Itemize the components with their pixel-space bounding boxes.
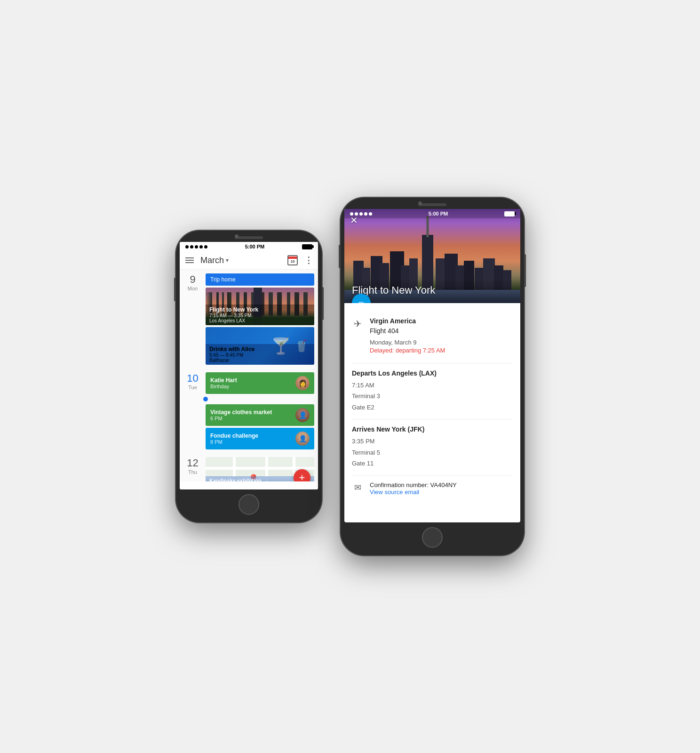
- flight-number: Flight 404: [370, 326, 445, 336]
- calendar-date-icon: 10: [291, 259, 295, 264]
- status-time-left: 5:00 PM: [245, 244, 265, 249]
- flight-card-airport: Los Angeles LAX: [209, 318, 310, 323]
- drinks-event-card[interactable]: 🍸 🥤 Drinks with Alice 5:45 — 8:45 PM Bal…: [206, 327, 314, 365]
- fondue-avatar-img: 👤: [295, 432, 310, 446]
- time-marker: [206, 397, 314, 401]
- fondue-event[interactable]: Fondue challenge 8 PM 👤: [206, 428, 314, 449]
- fondue-sub: 8 PM: [210, 439, 258, 445]
- right-phone-screen: 5:00 PM: [344, 209, 520, 522]
- phone-bottom-right: [341, 522, 524, 555]
- katie-event[interactable]: Katie Hart Birthday 👩: [206, 372, 314, 394]
- divider-1: [352, 363, 513, 364]
- flight-hero: 5:00 PM: [344, 209, 520, 303]
- flight-card-text: Flight to New York 7:15 AM — 3:35 PM Los…: [206, 304, 314, 325]
- hamburger-menu[interactable]: [185, 257, 194, 263]
- time-dot: [203, 397, 208, 401]
- calendar-list: 9 Mon Trip home Flight: [180, 270, 318, 481]
- email-icon: ✉: [352, 482, 363, 493]
- right-phone: 5:00 PM: [341, 198, 524, 555]
- fondue-avatar: 👤: [295, 432, 310, 446]
- day-name-9: Mon: [180, 286, 206, 291]
- departure-terminal: Terminal 3: [352, 391, 513, 401]
- more-options-icon[interactable]: ⋮: [304, 255, 312, 265]
- confirmation-text-block: Confirmation number: VA404NY View source…: [370, 481, 457, 496]
- home-button-right[interactable]: [422, 527, 443, 548]
- phone-top-left: [176, 231, 322, 242]
- view-email-link[interactable]: View source email: [370, 489, 457, 496]
- calendar-title[interactable]: March ▾: [200, 256, 287, 265]
- departure-section: Departs Los Angeles (LAX) 7:15 AM Termin…: [352, 369, 513, 413]
- left-phone: 5:00 PM March ▾ 10 ⋮: [176, 231, 322, 522]
- vintage-event[interactable]: Vintage clothes market 6 PM 👤: [206, 404, 314, 426]
- battery-right: [504, 211, 515, 216]
- status-bar-right: 5:00 PM: [344, 209, 520, 218]
- day-name-12: Thu: [180, 469, 206, 475]
- day-label-12: 12 Thu: [180, 457, 206, 475]
- departure-gate: Gate E2: [352, 402, 513, 413]
- katie-event-text: Katie Hart Birthday: [210, 377, 237, 389]
- flight-card-sub: 7:15 AM — 3:35 PM: [209, 313, 310, 318]
- arrival-header: Arrives New York (JFK): [352, 425, 513, 433]
- day-events-9: Trip home Flight to New York 7:15 AM — 3…: [206, 273, 318, 365]
- phone-bottom-left: [176, 489, 322, 522]
- drinks-sub: 5:45 — 8:45 PM: [209, 352, 310, 358]
- delayed-text: Delayed: departing 7:25 AM: [370, 347, 445, 354]
- day-num-9: 9: [180, 274, 206, 285]
- vintage-event-text: Vintage clothes market 6 PM: [210, 409, 272, 421]
- status-time-right: 5:00 PM: [429, 211, 448, 216]
- month-label: March: [200, 256, 224, 265]
- plane-icon: ✈: [352, 318, 363, 329]
- kandinsky-event[interactable]: 📍 Kandinsky exhibition 4 — 6 PM +: [206, 457, 314, 481]
- phone-camera-left: [235, 234, 239, 238]
- trip-home-label: Trip home: [210, 276, 236, 283]
- confirmation-section: ✉ Confirmation number: VA404NY View sour…: [352, 481, 513, 496]
- calendar-header: March ▾ 10 ⋮: [180, 251, 318, 270]
- status-bar-left: 5:00 PM: [180, 242, 318, 251]
- signal-dots-left: [185, 245, 207, 248]
- day-label-9: 9 Mon: [180, 273, 206, 291]
- airline-info-text: Virgin America Flight 404 Monday, March …: [370, 316, 445, 354]
- fondue-title: Fondue challenge: [210, 433, 258, 439]
- flight-date: Monday, March 9: [370, 339, 445, 346]
- divider-2: [352, 419, 513, 420]
- day-name-10: Tue: [180, 385, 206, 390]
- vintage-title: Vintage clothes market: [210, 409, 272, 416]
- phone-camera-right: [418, 201, 422, 205]
- arrival-section: Arrives New York (JFK) 3:35 PM Terminal …: [352, 425, 513, 469]
- day-num-10: 10: [180, 373, 206, 384]
- arrival-terminal: Terminal 5: [352, 447, 513, 458]
- left-phone-screen: 5:00 PM March ▾ 10 ⋮: [180, 242, 318, 489]
- signal-dots-right: [350, 212, 372, 216]
- katie-name: Katie Hart: [210, 377, 237, 384]
- drinks-location: Balthazar: [209, 358, 310, 363]
- hero-overlay: Flight to New York: [344, 280, 520, 303]
- katie-avatar: 👩: [295, 376, 310, 390]
- vintage-sub: 6 PM: [210, 416, 272, 421]
- trip-home-event[interactable]: Trip home: [206, 273, 314, 286]
- day-row-12: 12 Thu 📍: [180, 453, 318, 481]
- airline-section: ✈ Virgin America Flight 404 Monday, Marc…: [352, 316, 513, 354]
- confirmation-number: Confirmation number: VA404NY: [370, 481, 457, 489]
- katie-avatar-img: 👩: [295, 376, 310, 390]
- flight-event-card[interactable]: Flight to New York 7:15 AM — 3:35 PM Los…: [206, 288, 314, 325]
- day-events-12: 📍 Kandinsky exhibition 4 — 6 PM +: [206, 457, 318, 481]
- arrival-gate: Gate 11: [352, 458, 513, 469]
- vintage-avatar: 👤: [295, 408, 310, 422]
- departure-header: Departs Los Angeles (LAX): [352, 369, 513, 377]
- arrival-time: 3:35 PM: [352, 436, 513, 447]
- day-row-9: 9 Mon Trip home Flight: [180, 270, 318, 368]
- flight-card-title: Flight to New York: [209, 306, 310, 313]
- drinks-title: Drinks with Alice: [209, 346, 310, 352]
- drinks-background: 🍸 🥤 Drinks with Alice 5:45 — 8:45 PM Bal…: [206, 327, 314, 365]
- chevron-down-icon: ▾: [226, 257, 229, 264]
- home-button-left[interactable]: [239, 494, 259, 515]
- fondue-event-text: Fondue challenge 8 PM: [210, 433, 258, 445]
- departure-time: 7:15 AM: [352, 380, 513, 391]
- flight-detail-body: ✈ Virgin America Flight 404 Monday, Marc…: [344, 303, 520, 522]
- phone-speaker-left: [235, 236, 263, 239]
- header-icons: 10 ⋮: [287, 255, 312, 265]
- battery-left: [302, 244, 312, 249]
- katie-sub: Birthday: [210, 384, 237, 389]
- calendar-icon[interactable]: 10: [287, 255, 298, 265]
- day-row-10: 10 Tue Katie Hart Birthday 👩: [180, 368, 318, 453]
